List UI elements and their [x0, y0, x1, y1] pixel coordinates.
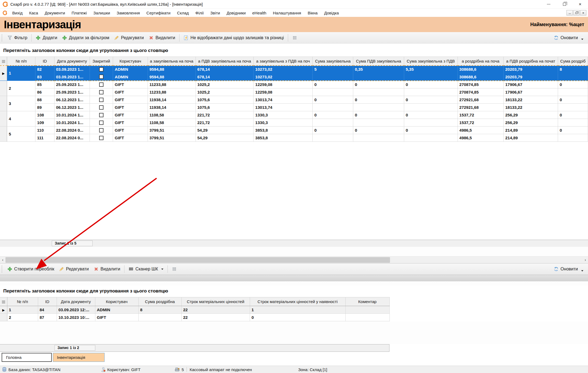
- column-header[interactable]: а закупівельна з ПДВ на поч: [254, 57, 313, 66]
- cell[interactable]: 3799,51: [148, 134, 196, 142]
- menu-item-1[interactable]: Вихід: [9, 11, 26, 15]
- menu-item-3[interactable]: Документи: [41, 11, 68, 15]
- cell[interactable]: 85: [35, 81, 54, 88]
- group-number-cell[interactable]: 3: [7, 96, 35, 111]
- cell[interactable]: 1537,72: [458, 111, 504, 119]
- group-by-panel-top[interactable]: Перетягніть заголовок колонки сюди для у…: [0, 44, 588, 57]
- cell[interactable]: [313, 119, 353, 127]
- cell[interactable]: ADMIN: [113, 66, 148, 73]
- checkbox-cell[interactable]: [90, 66, 113, 73]
- cell[interactable]: 11233,88: [148, 88, 196, 96]
- closed-checkbox[interactable]: [99, 128, 103, 132]
- table-row[interactable]: 8303.09.2023 1...ADMIN9594,88678,1410273…: [0, 73, 588, 81]
- table-row[interactable]: 10910.01.2024 1...GIFT1108,58221,721330,…: [0, 119, 588, 127]
- table-row[interactable]: 28710.10.2023 10:...GIFT220: [0, 314, 389, 321]
- cell[interactable]: 20203,79: [504, 66, 558, 73]
- table-row[interactable]: 410810.01.2024 1...GIFT1108,58221,721330…: [0, 111, 588, 119]
- toolbar-grip[interactable]: [2, 34, 3, 41]
- cell[interactable]: 0: [353, 111, 404, 119]
- barcode-scanner-button[interactable]: Сканер ШК: [126, 265, 166, 273]
- cell[interactable]: 1330,3: [254, 119, 313, 127]
- cell[interactable]: 8: [138, 306, 181, 314]
- cell[interactable]: 3799,51: [148, 127, 196, 134]
- tab-inventaryzatsiia[interactable]: Інвентаризація: [53, 353, 105, 362]
- checkbox-cell[interactable]: [90, 81, 113, 88]
- cell[interactable]: GIFT: [113, 127, 148, 134]
- create-recount-button[interactable]: Створити переоблік: [5, 265, 57, 273]
- cell[interactable]: [345, 306, 389, 314]
- menu-item-10[interactable]: Звіти: [207, 11, 223, 15]
- cell[interactable]: 221,72: [196, 111, 254, 119]
- cell[interactable]: 89: [35, 104, 54, 111]
- column-header[interactable]: Користувач: [95, 297, 138, 306]
- cell[interactable]: 11938,14: [148, 104, 196, 111]
- scroll-left-arrow[interactable]: ‹: [0, 257, 5, 263]
- checkbox-cell[interactable]: [90, 96, 113, 104]
- cell[interactable]: 0: [353, 127, 404, 134]
- cell[interactable]: 10273,02: [254, 73, 313, 81]
- group-number-cell[interactable]: 1: [7, 66, 35, 81]
- cell[interactable]: [558, 104, 588, 111]
- table-row[interactable]: ▶18203.09.2023 1...ADMIN9594,88678,14102…: [0, 66, 588, 73]
- cell[interactable]: 272921,68: [458, 104, 504, 111]
- cell[interactable]: ADMIN: [95, 306, 138, 314]
- cell[interactable]: 1537,72: [458, 119, 504, 127]
- menu-item-8[interactable]: Склад: [174, 11, 192, 15]
- cell[interactable]: 1: [7, 306, 38, 314]
- cell[interactable]: 06.12.2023 1...: [54, 104, 90, 111]
- checkbox-cell[interactable]: [90, 104, 113, 111]
- add-button[interactable]: Додати: [33, 34, 60, 42]
- column-header[interactable]: Сума ПДВ закупівельна: [353, 57, 404, 66]
- cell[interactable]: [404, 73, 458, 81]
- column-header[interactable]: № п/п: [7, 57, 35, 66]
- cell[interactable]: [353, 119, 404, 127]
- cell[interactable]: [558, 119, 588, 127]
- cell[interactable]: 5: [313, 66, 353, 73]
- cell[interactable]: 0: [353, 96, 404, 104]
- group-number-cell[interactable]: 2: [7, 81, 35, 96]
- mdi-restore-button[interactable]: [573, 10, 580, 16]
- cell[interactable]: GIFT: [113, 119, 148, 127]
- cell[interactable]: 270874,85: [458, 81, 504, 88]
- cell[interactable]: 25.09.2023 1...: [54, 88, 90, 96]
- table-row[interactable]: 28525.09.2023 1...GIFT11233,881025,21225…: [0, 81, 588, 88]
- table-row[interactable]: 8906.12.2023 1...GIFT11938,141075,613013…: [0, 104, 588, 111]
- cell[interactable]: 1025,2: [196, 88, 254, 96]
- cell[interactable]: 4986,5: [458, 134, 504, 142]
- cell[interactable]: 0: [404, 127, 458, 134]
- cell[interactable]: 0: [558, 96, 588, 104]
- menu-item-15[interactable]: Довідка: [321, 11, 342, 15]
- close-button[interactable]: ×: [572, 0, 588, 8]
- cell[interactable]: 0: [353, 81, 404, 88]
- cell[interactable]: 1: [250, 306, 345, 314]
- edit-button[interactable]: Редагувати: [112, 34, 146, 42]
- cell[interactable]: 10.10.2023 10:...: [57, 314, 95, 321]
- filter-button[interactable]: Фільтр: [5, 34, 30, 42]
- cell[interactable]: 17906,67: [504, 88, 558, 96]
- grid-corner-button[interactable]: [0, 297, 7, 306]
- checkbox-cell[interactable]: [90, 88, 113, 96]
- group-number-cell[interactable]: 4: [7, 111, 35, 127]
- cell[interactable]: 12259,08: [254, 81, 313, 88]
- group-number-cell[interactable]: 5: [7, 127, 35, 142]
- column-header[interactable]: а роздрібна на поча: [458, 57, 504, 66]
- closed-checkbox[interactable]: [99, 67, 103, 72]
- cell[interactable]: 13013,74: [254, 96, 313, 104]
- group-by-panel-bottom[interactable]: Перетягніть заголовок колонки сюди для у…: [0, 286, 588, 297]
- cell[interactable]: 03.09.2023 1...: [54, 73, 90, 81]
- cell[interactable]: 03.09.2023 1...: [54, 66, 90, 73]
- cell[interactable]: 256,29: [504, 119, 558, 127]
- cell[interactable]: 54,29: [196, 134, 254, 142]
- menu-item-5[interactable]: Залишки: [90, 11, 114, 15]
- menu-item-12[interactable]: eHealth: [249, 11, 270, 15]
- cell[interactable]: [404, 119, 458, 127]
- minimize-button[interactable]: [541, 0, 556, 8]
- tab-holovna[interactable]: Головна: [2, 353, 52, 362]
- cell[interactable]: 8: [558, 66, 588, 73]
- checkbox-cell[interactable]: [90, 119, 113, 127]
- cell[interactable]: 108: [35, 111, 54, 119]
- cell[interactable]: 308688,6: [458, 73, 504, 81]
- cell[interactable]: 13013,74: [254, 104, 313, 111]
- cell[interactable]: GIFT: [113, 134, 148, 142]
- cell[interactable]: 1108,58: [148, 119, 196, 127]
